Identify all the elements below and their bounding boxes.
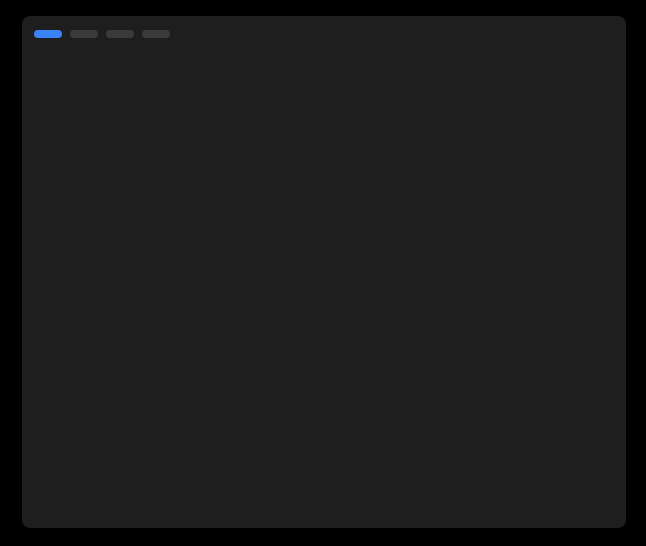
- time-range-selector: [22, 16, 626, 48]
- chart: [22, 64, 626, 512]
- range-24-hours[interactable]: [70, 30, 98, 38]
- metrics-panel: [22, 16, 626, 528]
- range-7-days[interactable]: [106, 30, 134, 38]
- range-30-days[interactable]: [142, 30, 170, 38]
- range-1-hour[interactable]: [34, 30, 62, 38]
